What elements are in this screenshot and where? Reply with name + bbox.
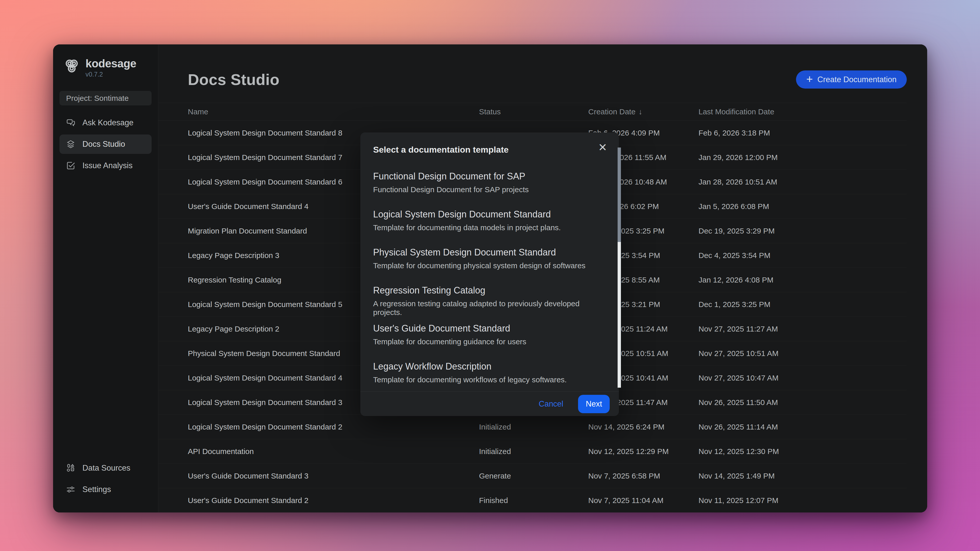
sidebar-item-docs-studio[interactable]: Docs Studio bbox=[59, 134, 151, 154]
template-option[interactable]: User's Guide Document Standard Template … bbox=[373, 323, 601, 361]
document-last-modification-date: Nov 26, 2025 11:50 AM bbox=[698, 398, 907, 407]
sidebar-item-ask-kodesage[interactable]: Ask Kodesage bbox=[59, 113, 151, 132]
sliders-icon bbox=[65, 484, 76, 495]
sidebar-item-settings[interactable]: Settings bbox=[59, 480, 151, 499]
brand: kodesage v0.7.2 bbox=[63, 58, 151, 78]
project-selector-label: Project: Sontimate bbox=[66, 94, 129, 103]
project-selector[interactable]: Project: Sontimate bbox=[59, 91, 151, 105]
template-name: Functional Design Document for SAP bbox=[373, 171, 601, 182]
template-list: Functional Design Document for SAP Funct… bbox=[373, 171, 601, 399]
sort-descending-icon: ↓ bbox=[638, 107, 642, 116]
document-creation-date: Nov 7, 2025 11:04 AM bbox=[588, 496, 698, 505]
document-last-modification-date: Nov 14, 2025 1:49 PM bbox=[698, 471, 907, 480]
document-last-modification-date: Feb 6, 2026 3:18 PM bbox=[698, 129, 907, 137]
document-last-modification-date: Dec 1, 2025 3:25 PM bbox=[698, 300, 907, 309]
modal-footer: Cancel Next bbox=[360, 392, 619, 416]
kodesage-logo-icon bbox=[63, 58, 80, 75]
table-row[interactable]: Logical System Design Document Standard … bbox=[158, 415, 907, 439]
document-status: Finished bbox=[479, 496, 588, 505]
cancel-button[interactable]: Cancel bbox=[539, 400, 563, 409]
document-last-modification-date: Nov 26, 2025 11:14 AM bbox=[698, 423, 907, 431]
checkbox-icon bbox=[65, 161, 76, 171]
modal-scrollbar[interactable] bbox=[617, 148, 621, 388]
column-header-creation-date[interactable]: Creation Date ↓ bbox=[588, 107, 698, 116]
template-description: Template for documenting data models in … bbox=[373, 223, 601, 232]
document-status: Initialized bbox=[479, 423, 588, 431]
create-documentation-label: Create Documentation bbox=[818, 75, 897, 84]
document-last-modification-date: Dec 19, 2025 3:29 PM bbox=[698, 227, 907, 235]
template-name: Logical System Design Document Standard bbox=[373, 209, 601, 220]
topbar: Docs Studio + Create Documentation bbox=[188, 70, 907, 89]
sidebar-item-issue-analysis[interactable]: Issue Analysis bbox=[59, 156, 151, 175]
column-header-last-modification-date[interactable]: Last Modification Date bbox=[698, 107, 907, 116]
document-creation-date: Nov 12, 2025 12:29 PM bbox=[588, 447, 698, 456]
document-last-modification-date: Jan 28, 2026 10:51 AM bbox=[698, 178, 907, 186]
sidebar-item-label: Settings bbox=[83, 485, 111, 494]
shapes-icon bbox=[65, 463, 76, 473]
sidebar-item-label: Data Sources bbox=[83, 463, 130, 473]
layers-icon bbox=[65, 139, 76, 149]
sidebar-item-data-sources[interactable]: Data Sources bbox=[59, 459, 151, 478]
template-option[interactable]: Functional Design Document for SAP Funct… bbox=[373, 171, 601, 209]
column-header-status[interactable]: Status bbox=[479, 107, 588, 116]
document-last-modification-date: Nov 27, 2025 11:27 AM bbox=[698, 325, 907, 333]
template-name: Regression Testing Catalog bbox=[373, 285, 601, 296]
next-button[interactable]: Next bbox=[578, 395, 610, 413]
scrollbar-thumb[interactable] bbox=[617, 242, 621, 388]
document-name: Logical System Design Document Standard … bbox=[188, 423, 479, 431]
document-creation-date: Nov 7, 2025 6:58 PM bbox=[588, 471, 698, 480]
document-status: Initialized bbox=[479, 447, 588, 456]
template-description: A regression testing catalog adapted to … bbox=[373, 299, 601, 317]
sidebar-item-label: Docs Studio bbox=[83, 140, 125, 149]
sidebar-nav: Ask Kodesage Docs Studio Issue Analysis bbox=[59, 113, 151, 175]
close-icon[interactable]: ✕ bbox=[598, 142, 607, 153]
chat-icon bbox=[65, 118, 76, 128]
scrollbar-track bbox=[617, 148, 621, 242]
app-title: kodesage bbox=[86, 58, 136, 69]
table-row[interactable]: User's Guide Document Standard 3 Generat… bbox=[158, 464, 907, 488]
document-last-modification-date: Nov 27, 2025 10:51 AM bbox=[698, 349, 907, 358]
plus-icon: + bbox=[806, 73, 813, 85]
table-header-row: Name Status Creation Date ↓ Last Modific… bbox=[158, 103, 907, 121]
template-description: Template for documenting physical system… bbox=[373, 261, 601, 270]
document-creation-date: Nov 14, 2025 6:24 PM bbox=[588, 423, 698, 431]
template-name: Legacy Workflow Description bbox=[373, 361, 601, 372]
template-description: Functional Design Document for SAP proje… bbox=[373, 185, 601, 194]
table-row[interactable]: API Documentation Initialized Nov 12, 20… bbox=[158, 439, 907, 464]
page-title: Docs Studio bbox=[188, 71, 280, 89]
document-last-modification-date: Nov 12, 2025 12:30 PM bbox=[698, 447, 907, 456]
document-last-modification-date: Jan 29, 2026 12:00 PM bbox=[698, 153, 907, 162]
column-header-name[interactable]: Name bbox=[188, 107, 479, 116]
template-description: Template for documenting workflows of le… bbox=[373, 376, 601, 384]
modal-title: Select a documentation template bbox=[373, 145, 509, 154]
document-last-modification-date: Nov 27, 2025 10:47 AM bbox=[698, 374, 907, 382]
sidebar-footer-nav: Data Sources Settings bbox=[59, 459, 151, 513]
sidebar-item-label: Issue Analysis bbox=[83, 161, 132, 170]
document-last-modification-date: Nov 11, 2025 12:07 PM bbox=[698, 496, 907, 505]
template-name: User's Guide Document Standard bbox=[373, 323, 601, 334]
sidebar-item-label: Ask Kodesage bbox=[83, 118, 134, 127]
document-last-modification-date: Jan 12, 2026 4:08 PM bbox=[698, 276, 907, 284]
create-documentation-button[interactable]: + Create Documentation bbox=[796, 70, 907, 89]
sidebar: kodesage v0.7.2 Project: Sontimate Ask K… bbox=[53, 45, 158, 513]
document-last-modification-date: Dec 4, 2025 3:54 PM bbox=[698, 251, 907, 260]
template-option[interactable]: Logical System Design Document Standard … bbox=[373, 209, 601, 247]
document-name: User's Guide Document Standard 2 bbox=[188, 496, 479, 505]
template-name: Physical System Design Document Standard bbox=[373, 247, 601, 258]
document-status: Generate bbox=[479, 471, 588, 480]
document-name: API Documentation bbox=[188, 447, 479, 456]
template-option[interactable]: Physical System Design Document Standard… bbox=[373, 247, 601, 285]
template-description: Template for documenting guidance for us… bbox=[373, 338, 601, 346]
document-name: User's Guide Document Standard 3 bbox=[188, 471, 479, 480]
table-row[interactable]: User's Guide Document Standard 2 Finishe… bbox=[158, 488, 907, 513]
template-option[interactable]: Regression Testing Catalog A regression … bbox=[373, 285, 601, 323]
select-template-modal: Select a documentation template ✕ Functi… bbox=[360, 132, 619, 416]
app-version: v0.7.2 bbox=[86, 71, 136, 78]
document-last-modification-date: Jan 5, 2026 6:08 PM bbox=[698, 202, 907, 211]
